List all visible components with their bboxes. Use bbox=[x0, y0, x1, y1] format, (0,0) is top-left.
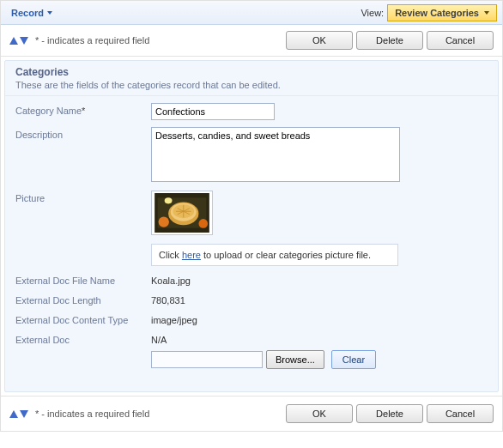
file-path-display bbox=[151, 351, 263, 368]
view-label: View: bbox=[361, 8, 384, 18]
ext-file-name-label: External Doc File Name bbox=[15, 273, 151, 286]
view-dropdown[interactable]: Review Categories bbox=[387, 4, 497, 21]
category-name-label: Category Name* bbox=[15, 103, 151, 116]
section-title: Categories bbox=[5, 63, 498, 80]
record-menu[interactable]: Record bbox=[6, 6, 58, 20]
svg-point-5 bbox=[159, 216, 169, 227]
picture-label: Picture bbox=[15, 191, 151, 203]
ok-button[interactable]: OK bbox=[286, 404, 353, 423]
prev-record-button[interactable] bbox=[9, 410, 18, 418]
chevron-down-icon bbox=[484, 11, 489, 15]
ext-doc-label: External Doc bbox=[15, 332, 151, 345]
delete-button[interactable]: Delete bbox=[356, 404, 423, 423]
required-note: * - indicates a required field bbox=[35, 35, 149, 45]
clear-button[interactable]: Clear bbox=[331, 350, 376, 369]
svg-point-6 bbox=[198, 219, 208, 228]
view-dropdown-value: Review Categories bbox=[395, 8, 479, 18]
delete-button[interactable]: Delete bbox=[356, 31, 423, 50]
ext-content-type-value: image/jpeg bbox=[151, 312, 197, 325]
category-name-input[interactable] bbox=[151, 103, 275, 120]
ext-length-label: External Doc Length bbox=[15, 293, 151, 306]
ext-content-type-label: External Doc Content Type bbox=[15, 312, 151, 325]
browse-button[interactable]: Browse... bbox=[266, 350, 324, 369]
section-subtitle: These are the fields of the categories r… bbox=[5, 80, 498, 96]
required-note: * - indicates a required field bbox=[35, 409, 149, 419]
svg-point-7 bbox=[165, 197, 173, 203]
upload-note: Click here to upload or clear categories… bbox=[151, 244, 398, 266]
cancel-button[interactable]: Cancel bbox=[427, 31, 494, 50]
record-menu-label: Record bbox=[11, 8, 44, 18]
prev-record-button[interactable] bbox=[9, 37, 18, 45]
next-record-button[interactable] bbox=[20, 37, 28, 45]
ext-length-value: 780,831 bbox=[151, 293, 185, 306]
ext-file-name-value: Koala.jpg bbox=[151, 273, 191, 286]
pie-image-icon bbox=[154, 193, 210, 233]
next-record-button[interactable] bbox=[20, 410, 28, 418]
chevron-down-icon bbox=[47, 11, 52, 15]
ext-doc-value: N/A bbox=[151, 332, 488, 345]
ok-button[interactable]: OK bbox=[286, 31, 353, 50]
description-label: Description bbox=[15, 127, 151, 140]
picture-thumbnail[interactable] bbox=[151, 191, 213, 235]
upload-link[interactable]: here bbox=[182, 250, 201, 260]
cancel-button[interactable]: Cancel bbox=[427, 404, 494, 423]
description-textarea[interactable]: Desserts, candies, and sweet breads bbox=[151, 127, 400, 182]
